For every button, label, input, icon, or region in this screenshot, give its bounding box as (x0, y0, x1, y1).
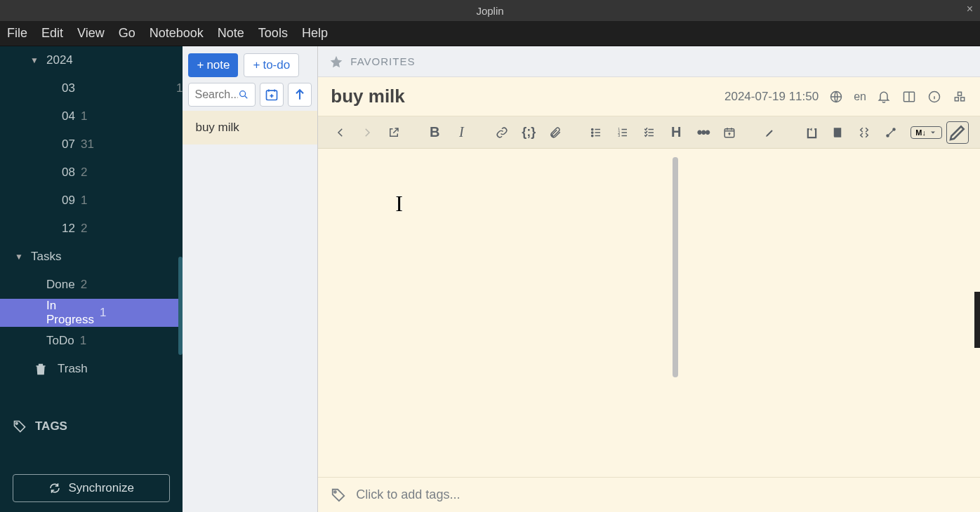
notebook-button[interactable] (826, 121, 849, 144)
list-ol-icon: 123 (616, 126, 629, 139)
toggle-sort-date-button[interactable] (260, 83, 284, 107)
number-list-button[interactable]: 123 (611, 121, 634, 144)
sort-direction-button[interactable] (288, 83, 312, 107)
spellcheck-button[interactable] (828, 89, 844, 105)
link-icon (496, 126, 508, 139)
trash-icon (34, 362, 48, 376)
checkbox-list-button[interactable] (638, 121, 661, 144)
sidebar-item-done[interactable]: Done 2 (0, 271, 183, 299)
back-button[interactable] (329, 121, 352, 144)
paperclip-icon (549, 126, 562, 139)
sidebar-tags-header[interactable]: TAGS (0, 411, 183, 442)
sidebar-item-03[interactable]: 03 1 (0, 74, 183, 102)
sidebar-item-tasks[interactable]: ▼ Tasks (0, 243, 183, 271)
list-check-icon (643, 126, 656, 139)
note-list-item[interactable]: buy milk (183, 111, 317, 144)
share-icon (885, 126, 897, 139)
highlight-button[interactable] (759, 121, 781, 144)
menu-edit[interactable]: Edit (40, 23, 65, 43)
star-icon (329, 55, 343, 69)
sidebar-item-12[interactable]: 12 2 (0, 215, 183, 243)
collapse-button[interactable] (853, 121, 875, 144)
bullet-list-button[interactable] (585, 121, 607, 144)
chevron-down-icon: ▼ (28, 55, 41, 65)
new-todo-button[interactable]: + to-do (244, 53, 299, 77)
markdown-toggle-button[interactable]: M↓ (911, 126, 942, 139)
menu-view[interactable]: View (76, 23, 106, 43)
sidebar-item-07[interactable]: 07 31 (0, 130, 183, 159)
note-list-panel: + note + to-do (183, 46, 318, 512)
svg-text:3: 3 (618, 133, 621, 137)
sync-icon (48, 482, 61, 494)
italic-button[interactable]: I (450, 121, 472, 144)
editor-body[interactable]: I (318, 149, 980, 477)
layout-icon (902, 90, 916, 104)
editor-scrollbar[interactable] (673, 157, 678, 377)
tag-icon (331, 487, 346, 503)
note-title-input[interactable] (331, 86, 715, 107)
svg-rect-8 (958, 92, 962, 95)
external-edit-button[interactable] (383, 121, 405, 144)
import-note-button[interactable] (800, 121, 822, 144)
menu-go[interactable]: Go (117, 23, 137, 43)
marker-icon (764, 126, 776, 139)
sidebar-item-2024[interactable]: ▼ 2024 (0, 46, 183, 74)
new-note-button[interactable]: + note (188, 53, 238, 77)
arrow-up-icon (293, 88, 307, 102)
editor-panel: FAVORITES 2024-07-19 11:50 en (318, 46, 980, 512)
note-properties-button[interactable] (927, 89, 942, 105)
close-icon[interactable]: × (967, 3, 973, 15)
sidebar-resize-handle[interactable] (178, 257, 183, 355)
menu-note[interactable]: Note (216, 23, 246, 43)
menu-tools[interactable]: Tools (257, 23, 289, 43)
calendar-plus-icon (265, 88, 279, 102)
window-title: Joplin (476, 5, 503, 17)
alarm-button[interactable] (876, 89, 892, 105)
chevron-right-icon (361, 126, 373, 139)
forward-button[interactable] (356, 121, 378, 144)
search-input[interactable] (194, 88, 238, 101)
synchronize-button[interactable]: Synchronize (13, 474, 170, 502)
sidebar-item-09[interactable]: 09 1 (0, 187, 183, 215)
link-button[interactable] (491, 121, 513, 144)
code-button[interactable]: {;} (517, 121, 540, 144)
toggle-editor-button[interactable] (946, 121, 969, 144)
sidebar-trash[interactable]: Trash (0, 355, 183, 383)
bell-icon (877, 90, 891, 104)
settings-button[interactable] (880, 121, 902, 144)
sidebar-item-in-progress[interactable]: In Progress 1 (0, 299, 183, 327)
svg-point-1 (240, 91, 246, 97)
heading-button[interactable]: H (665, 121, 687, 144)
sidebar: ▼ 2024 03 1 04 1 07 31 08 2 09 1 (0, 46, 183, 512)
external-link-icon (388, 126, 400, 139)
menu-file[interactable]: File (6, 23, 29, 43)
favorites-strip[interactable]: FAVORITES (318, 46, 980, 77)
svg-point-10 (592, 131, 593, 133)
language-label: en (854, 90, 866, 103)
svg-point-18 (334, 491, 336, 493)
plugin-panel-button[interactable] (952, 89, 967, 105)
blocks-icon (953, 90, 967, 104)
search-input-wrapper[interactable] (188, 83, 256, 107)
tag-icon (13, 419, 27, 433)
chevron-left-icon (334, 126, 347, 139)
search-icon (238, 88, 249, 102)
sidebar-item-08[interactable]: 08 2 (0, 159, 183, 187)
svg-point-9 (592, 128, 593, 130)
book-icon (831, 126, 844, 139)
bold-button[interactable]: B (423, 121, 446, 144)
window-resize-handle[interactable] (974, 292, 980, 348)
svg-rect-7 (961, 97, 965, 100)
menu-notebook[interactable]: Notebook (148, 23, 205, 43)
sidebar-item-todo[interactable]: ToDo 1 (0, 327, 183, 355)
datetime-button[interactable] (718, 121, 741, 144)
hr-button[interactable]: ••• (691, 121, 714, 144)
tag-bar[interactable]: Click to add tags... (318, 477, 980, 512)
chevron-down-icon (929, 128, 937, 137)
sidebar-item-04[interactable]: 04 1 (0, 102, 183, 130)
attach-button[interactable] (544, 121, 567, 144)
text-cursor-icon: I (395, 191, 403, 217)
menu-help[interactable]: Help (300, 23, 329, 43)
toggle-layout-button[interactable] (901, 89, 917, 105)
globe-icon (829, 90, 843, 104)
